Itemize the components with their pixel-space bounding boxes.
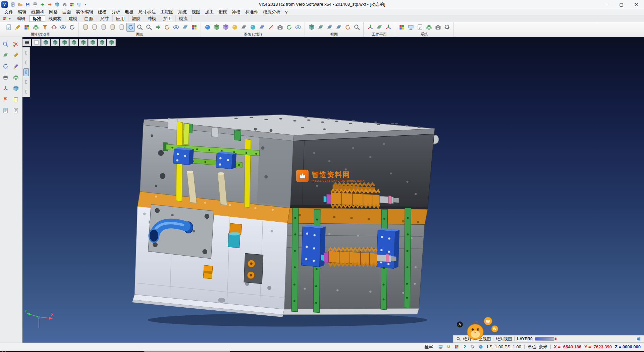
previous-view-icon[interactable] bbox=[163, 23, 171, 32]
animation-icon[interactable] bbox=[285, 23, 293, 32]
iso-view-icon[interactable] bbox=[307, 23, 316, 32]
menu-item[interactable]: 分析 bbox=[109, 9, 122, 15]
menu-item[interactable]: 曲面 bbox=[60, 9, 73, 15]
quick-access-caret-icon[interactable]: ▾ bbox=[85, 3, 86, 6]
new-doc-icon[interactable] bbox=[9, 1, 16, 8]
zoom-window-icon[interactable] bbox=[145, 23, 153, 32]
menu-item[interactable]: 模流分析 bbox=[261, 9, 283, 15]
tag-icon[interactable] bbox=[1, 106, 10, 115]
tab[interactable]: 标准 bbox=[29, 15, 45, 22]
workplane-3point-icon[interactable] bbox=[384, 23, 392, 32]
minimize-button[interactable]: – bbox=[599, 0, 614, 9]
workplane-entity-icon[interactable] bbox=[375, 23, 383, 32]
lighting-icon[interactable] bbox=[230, 23, 239, 32]
sketch-icon[interactable] bbox=[11, 51, 20, 60]
layer-filter-icon[interactable] bbox=[32, 23, 40, 32]
zoom-select-icon[interactable] bbox=[1, 40, 10, 49]
wireframe-view-icon[interactable] bbox=[81, 23, 90, 32]
bounding-box-icon[interactable] bbox=[11, 84, 20, 93]
display-toggle-icon[interactable] bbox=[437, 344, 444, 350]
counter-2-icon[interactable]: 2 bbox=[462, 344, 468, 350]
filter-toggle-solids[interactable] bbox=[23, 68, 29, 76]
layer-label[interactable]: LAYER0 bbox=[517, 337, 532, 341]
cube-view-icon[interactable] bbox=[54, 1, 61, 8]
save-icon[interactable] bbox=[24, 1, 31, 8]
attribute-paint-icon[interactable] bbox=[13, 23, 22, 32]
lock-toggle[interactable]: 拴牢 bbox=[424, 344, 433, 350]
tab[interactable]: 模流 bbox=[176, 15, 192, 22]
import-icon[interactable] bbox=[39, 1, 46, 8]
gear-status-icon[interactable] bbox=[470, 344, 476, 350]
workspace-icon[interactable] bbox=[3, 16, 7, 21]
menu-item[interactable]: 冲模 bbox=[229, 9, 243, 15]
compare-icon[interactable] bbox=[294, 23, 302, 32]
zoom-extents-icon[interactable] bbox=[136, 23, 144, 32]
view-cube-iso-icon[interactable] bbox=[41, 39, 50, 46]
tab[interactable]: 编辑 bbox=[13, 15, 29, 22]
multi-window-icon[interactable] bbox=[190, 23, 198, 32]
zaxis-icon[interactable] bbox=[1, 84, 10, 93]
pan-view-icon[interactable] bbox=[154, 23, 162, 32]
menu-item[interactable]: 标准件 bbox=[243, 9, 261, 15]
tab[interactable]: 应用 bbox=[113, 15, 128, 22]
tab[interactable]: 冲模 bbox=[144, 15, 160, 22]
system-table-icon[interactable] bbox=[425, 23, 433, 32]
globe-icon[interactable] bbox=[636, 337, 641, 341]
view-cube-back-icon[interactable] bbox=[69, 39, 78, 46]
tab[interactable]: 建模 bbox=[65, 15, 81, 22]
tab[interactable]: 加工 bbox=[160, 15, 176, 22]
snapshot-icon[interactable] bbox=[276, 23, 284, 32]
shaded-edges-view-icon[interactable] bbox=[108, 23, 117, 32]
filter-toggle-wireframe[interactable] bbox=[23, 49, 29, 57]
view-cube-dimetric-icon[interactable] bbox=[107, 39, 116, 46]
filter-toggle-points[interactable] bbox=[23, 58, 29, 67]
fit-view-icon[interactable] bbox=[353, 23, 361, 32]
menu-item[interactable]: 电极 bbox=[122, 9, 136, 15]
background-icon[interactable] bbox=[258, 23, 266, 32]
shadow-icon[interactable] bbox=[239, 23, 248, 32]
tab-caret-icon[interactable]: ▾ bbox=[9, 17, 11, 20]
viewport-3d[interactable]: 智造资料网 INTELLIGENT MANUFACTURING DATA Y X… bbox=[22, 37, 644, 343]
tab[interactable]: 曲面 bbox=[81, 15, 97, 22]
print-icon[interactable] bbox=[32, 1, 39, 8]
top-view-icon[interactable] bbox=[316, 23, 325, 32]
flag-icon[interactable] bbox=[1, 95, 10, 104]
filter-toggle-surfaces[interactable] bbox=[23, 78, 29, 86]
view-cube-left-icon[interactable] bbox=[79, 39, 88, 46]
maximize-button[interactable]: ▢ bbox=[614, 0, 629, 9]
dynamic-rotate-icon[interactable] bbox=[126, 23, 135, 32]
menu-item[interactable]: 尺寸标注 bbox=[136, 9, 158, 15]
menu-item[interactable]: 文件 bbox=[2, 9, 15, 15]
color-filter-icon[interactable] bbox=[22, 23, 31, 32]
texture-icon[interactable] bbox=[221, 23, 230, 32]
section-icon[interactable] bbox=[267, 23, 275, 32]
clipboard-icon[interactable] bbox=[11, 95, 20, 104]
transparent-view-icon[interactable] bbox=[117, 23, 126, 32]
print-preview-icon[interactable] bbox=[1, 73, 10, 82]
annotate-icon[interactable] bbox=[11, 62, 20, 71]
selection-mask-icon[interactable] bbox=[50, 23, 58, 32]
navball-icon[interactable] bbox=[478, 344, 484, 350]
system-doc-icon[interactable] bbox=[416, 23, 424, 32]
menu-item[interactable]: 视图 bbox=[189, 9, 203, 15]
view-cube-front-icon[interactable] bbox=[60, 39, 69, 46]
camera-icon[interactable] bbox=[61, 1, 68, 8]
attributes-icon[interactable] bbox=[4, 23, 13, 32]
menu-item[interactable]: 建模 bbox=[96, 9, 109, 15]
workplane-world-icon[interactable] bbox=[366, 23, 374, 32]
menu-item[interactable]: 实体编辑 bbox=[73, 9, 96, 15]
tab[interactable]: 线架构 bbox=[45, 15, 65, 22]
snap-toggle-icon[interactable] bbox=[445, 344, 452, 350]
system-capture-icon[interactable] bbox=[434, 23, 442, 32]
render-quality-icon[interactable] bbox=[203, 23, 212, 32]
menu-item[interactable]: 网格 bbox=[47, 9, 60, 15]
view-cube-right-icon[interactable] bbox=[88, 39, 97, 46]
rotate-entity-icon[interactable] bbox=[1, 62, 10, 71]
export-icon[interactable] bbox=[46, 1, 53, 8]
element-filter-icon[interactable] bbox=[41, 23, 49, 32]
workplane-icon[interactable] bbox=[1, 51, 10, 60]
orbit-view-icon[interactable] bbox=[343, 23, 352, 32]
material-icon[interactable] bbox=[212, 23, 221, 32]
layer-color-swatch[interactable] bbox=[535, 337, 554, 341]
grid-toggle-icon[interactable] bbox=[453, 344, 460, 350]
